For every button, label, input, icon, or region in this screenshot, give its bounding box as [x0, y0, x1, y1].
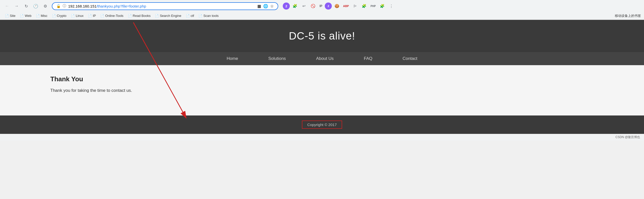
- bookmark-online-tools[interactable]: 📄 Online-Tools: [98, 13, 125, 18]
- bookmarks-bar: 📄 Site 📄 Web 📄 Misc 📄 Crypto 📄 Linux 📄 I…: [0, 12, 644, 20]
- nav-about-us[interactable]: About Us: [301, 52, 349, 65]
- undo-icon[interactable]: ↩: [300, 2, 308, 10]
- bookmark-ctf-label: ctf: [191, 14, 194, 18]
- bottom-bar: CSDN @隆宫博也: [0, 134, 644, 140]
- bottom-label: CSDN @隆宫博也: [615, 135, 640, 139]
- bookmark-ip-icon: 📄: [88, 14, 92, 18]
- ext-php[interactable]: PHP: [369, 2, 377, 10]
- website-wrapper: DC-5 is alive! Home Solutions About Us F…: [0, 20, 644, 134]
- bookmark-misc-icon: 📄: [36, 14, 40, 18]
- thank-you-body: Thank you for taking the time to contact…: [50, 88, 594, 93]
- nav-home[interactable]: Home: [212, 52, 253, 65]
- bookmark-scan-tools-icon: 📄: [198, 14, 202, 18]
- bookmark-online-tools-icon: 📄: [100, 14, 104, 18]
- bookmark-linux-icon: 📄: [71, 14, 75, 18]
- nav-faq[interactable]: FAQ: [349, 52, 387, 65]
- bookmark-ip[interactable]: 📄 IP: [86, 13, 98, 18]
- settings-button[interactable]: ⚙: [41, 2, 49, 10]
- bookmark-misc-label: Misc: [41, 14, 48, 18]
- nav-buttons: ← → ↻ 🕐 ⚙: [3, 2, 49, 10]
- site-nav: Home Solutions About Us FAQ Contact: [0, 52, 644, 65]
- bookmark-read-books[interactable]: 📄 Read Books: [126, 13, 153, 18]
- thank-you-heading: Thank You: [50, 75, 594, 83]
- bookmark-misc[interactable]: 📄 Misc: [34, 13, 50, 18]
- ext-abp[interactable]: ABP: [342, 2, 350, 10]
- website: DC-5 is alive! Home Solutions About Us F…: [0, 20, 644, 134]
- star-icon: ☆: [270, 4, 274, 9]
- bookmark-ip-label: IP: [93, 14, 96, 18]
- browser-toolbar: ← → ↻ 🕐 ⚙ 🔓 ⓘ 192.168.160.151/thankyou.p…: [0, 0, 644, 12]
- nav-solutions[interactable]: Solutions: [253, 52, 301, 65]
- history-button[interactable]: 🕐: [32, 2, 40, 10]
- block-icon[interactable]: 🚫: [309, 2, 317, 10]
- bookmark-crypto[interactable]: 📄 Crypto: [50, 13, 68, 18]
- bookmark-site[interactable]: 📄 Site: [3, 13, 17, 18]
- address-bar[interactable]: 192.168.160.151/thankyou.php?file=footer…: [68, 4, 255, 8]
- ext-puzzle[interactable]: 🧩: [360, 2, 368, 10]
- bookmark-scan-tools[interactable]: 📄 Scan tools: [196, 13, 221, 18]
- bookmark-linux-label: Linux: [76, 14, 84, 18]
- bookmark-crypto-label: Crypto: [57, 14, 66, 18]
- footer-copyright: Copyright © 2017: [302, 121, 342, 129]
- bookmark-search-engine[interactable]: 📄 Search Engine: [153, 13, 183, 18]
- bookmark-search-engine-icon: 📄: [155, 14, 159, 18]
- bookmark-crypto-icon: 📄: [52, 14, 56, 18]
- translate-icon: 🌐: [263, 4, 268, 9]
- profile-button[interactable]: 2: [283, 3, 290, 10]
- ext-extra[interactable]: 🧩: [378, 2, 386, 10]
- bookmark-read-books-label: Read Books: [133, 14, 151, 18]
- bookmark-scan-tools-label: Scan tools: [203, 14, 219, 18]
- menu-button[interactable]: ⋮: [387, 2, 395, 10]
- ext-cookie[interactable]: 🍪: [333, 2, 341, 10]
- browser-actions: 2 🧩 ↩ 🚫 IP 2 🍪 ABP 🏳 🧩 PHP 🧩 ⋮: [283, 2, 395, 10]
- bookmark-search-engine-label: Search Engine: [160, 14, 181, 18]
- bookmark-online-tools-label: Online-Tools: [105, 14, 123, 18]
- ext-flag[interactable]: 🏳: [351, 2, 359, 10]
- reload-button[interactable]: ↻: [22, 2, 30, 10]
- bookmark-ctf[interactable]: 📄 ctf: [184, 13, 196, 18]
- info-icon: ⓘ: [63, 4, 66, 8]
- back-button[interactable]: ←: [3, 2, 11, 10]
- ext-purple[interactable]: 2: [325, 3, 332, 10]
- mobile-bookmarks-label: 移动设备上的书签: [615, 14, 641, 18]
- extension-icon[interactable]: 🧩: [291, 2, 299, 10]
- bookmark-web-label: Web: [25, 14, 31, 18]
- nav-contact[interactable]: Contact: [387, 52, 432, 65]
- url-path: /thankyou.php?file=footer.php: [97, 4, 146, 8]
- security-icon: 🔓: [56, 4, 61, 8]
- bookmark-web-icon: 📄: [20, 14, 24, 18]
- forward-button[interactable]: →: [13, 2, 21, 10]
- site-header: DC-5 is alive!: [0, 20, 644, 52]
- bookmark-read-books-icon: 📄: [128, 14, 132, 18]
- qr-icon: ▦: [257, 4, 261, 9]
- bookmark-site-icon: 📄: [5, 14, 9, 18]
- address-bar-container: 🔓 ⓘ 192.168.160.151/thankyou.php?file=fo…: [52, 2, 278, 10]
- bookmark-linux[interactable]: 📄 Linux: [69, 13, 86, 18]
- bookmark-web[interactable]: 📄 Web: [18, 13, 33, 18]
- site-main: Thank You Thank you for taking the time …: [0, 65, 644, 115]
- url-domain: 192.168.160.151: [68, 4, 97, 8]
- site-footer: Copyright © 2017: [0, 115, 644, 134]
- site-title: DC-5 is alive!: [5, 30, 639, 42]
- ip-label[interactable]: IP: [318, 2, 324, 10]
- bookmark-site-label: Site: [10, 14, 15, 18]
- bookmark-ctf-icon: 📄: [186, 14, 190, 18]
